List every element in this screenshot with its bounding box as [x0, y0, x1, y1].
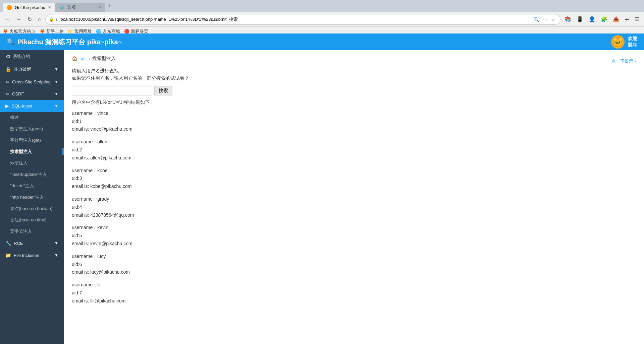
- sidebar-subitem-insert-update[interactable]: "insert/update"注入: [0, 169, 64, 180]
- user-avatar[interactable]: 🐱: [611, 35, 625, 49]
- bookmark-btn[interactable]: ☆: [550, 16, 557, 23]
- header-search-icon: 🔍: [7, 38, 14, 46]
- profile-btn[interactable]: 👤: [587, 15, 597, 24]
- sidebar-subitem-blind-time[interactable]: 盲注(base on time): [0, 214, 64, 226]
- bookmark-newtab-icon: 🔴: [124, 29, 129, 34]
- sidebar-subitem-xx[interactable]: xx型注入: [0, 157, 64, 169]
- inactive-tab[interactable]: ⚙️ 选项 ✕: [55, 3, 105, 12]
- sidebar-subitem-delete[interactable]: "delete"注入: [0, 180, 64, 192]
- search-engines-btn[interactable]: 🔍: [532, 16, 540, 23]
- lock-icon: 🔒: [5, 67, 11, 72]
- address-input[interactable]: [60, 17, 530, 22]
- app-header: 🔍 Pikachu 漏洞练习平台 pika~pika~ 🐱 欢迎 腿年: [0, 33, 644, 50]
- file-inclusion-icon: 📁: [5, 253, 11, 258]
- breadcrumb-separator: ›: [89, 56, 90, 61]
- app-title: Pikachu 漏洞练习平台 pika~pika~: [17, 38, 122, 47]
- search-form: 搜索: [72, 86, 636, 95]
- user-result: username：allenuid:2email is: allen@pikac…: [72, 138, 636, 162]
- forward-btn[interactable]: →: [14, 15, 23, 24]
- active-tab[interactable]: 🟠 Get the pikachu ✕: [3, 3, 55, 12]
- avatar-area: 🐱 欢迎 腿年: [611, 35, 637, 49]
- sidebar-sqli-label: SQL-Inject: [12, 104, 32, 109]
- sidebar-item-file-inclusion[interactable]: 📁 File Inclusion ▼: [0, 249, 64, 261]
- tab-title: Get the pikachu: [15, 5, 45, 10]
- sidebar-subitem-http-header[interactable]: "http header"注入: [0, 192, 64, 203]
- brute-arrow-icon: ▼: [54, 67, 58, 72]
- results-container: username：vinceuid:1email is: vince@pikac…: [72, 110, 636, 305]
- sqli-arrow-icon: ▼: [54, 104, 58, 108]
- welcome-text: 欢迎 腿年: [628, 36, 637, 48]
- sidebar-subitem-numeric-post[interactable]: 数字型注入(post): [0, 123, 64, 135]
- user-result: username：lucyuid:6email is: lucy@pikachu…: [72, 253, 636, 276]
- tab2-close-btn[interactable]: ✕: [98, 5, 101, 10]
- tag-icon: 🏷: [5, 54, 10, 59]
- breadcrumb-current: 搜索型注入: [92, 56, 116, 62]
- user-result: username：liliuid:7email is: lili@pikachu…: [72, 281, 636, 305]
- search-button[interactable]: 搜索: [154, 86, 172, 95]
- extensions-btn[interactable]: 🧩: [599, 15, 609, 24]
- info-icon: ℹ: [56, 17, 58, 22]
- sidebar-item-csrf[interactable]: ≋ CSRF ▼: [0, 88, 64, 100]
- sidebar-subitem-string-get[interactable]: 字符型注入(get): [0, 135, 64, 146]
- bookmark-newbie-icon: 🦊: [40, 29, 45, 34]
- menu-btn[interactable]: ☰: [633, 15, 641, 24]
- sidebar-intro-label: 系统介绍: [13, 54, 30, 60]
- sidebar-subitem-blind-bool[interactable]: 盲注(base on boolian): [0, 203, 64, 214]
- new-tab-btn[interactable]: +: [105, 3, 114, 10]
- tab-favicon: 🟠: [7, 5, 12, 10]
- file-inclusion-arrow-icon: ▼: [54, 253, 58, 258]
- sidebar-item-sqli[interactable]: ▶ SQL-Inject ▼: [0, 100, 64, 112]
- history-back-btn[interactable]: ⬅: [623, 15, 631, 24]
- rce-icon: 🔧: [5, 240, 11, 246]
- breadcrumb-sqli-link[interactable]: sqli: [79, 56, 87, 61]
- secure-icon: 🔒: [49, 17, 54, 22]
- active-indicator: [62, 148, 64, 155]
- sidebar-csrf-label: CSRF: [12, 91, 24, 96]
- sidebar-rce-label: RCE: [14, 241, 23, 246]
- bookmark-jd-icon: 🌐: [96, 29, 101, 34]
- sidebar-xss-label: Cross-Site Scripting: [12, 79, 51, 84]
- sidebar-subitem-overview[interactable]: 概述: [0, 112, 64, 123]
- hint-link[interactable]: 点一下提示~: [611, 58, 636, 64]
- back-btn[interactable]: ←: [3, 15, 12, 24]
- sidebar-item-brute[interactable]: 🔒 暴力破解 ▼: [0, 63, 64, 76]
- tab2-favicon: ⚙️: [59, 5, 64, 10]
- tab-close-btn[interactable]: ✕: [48, 5, 51, 10]
- user-result: username：kobeuid:3email is: kobe@pikachu…: [72, 167, 636, 191]
- csrf-arrow-icon: ▼: [54, 91, 58, 96]
- content-area: 🏠 sqli › 搜索型注入 点一下提示~ 请输入用户名进行查找 如果记不住用户…: [64, 50, 644, 344]
- sidebar: 🏷 系统介绍 🔒 暴力破解 ▼ ≋ Cross-Site Scripting ▼…: [0, 50, 64, 344]
- search-input[interactable]: [72, 86, 152, 95]
- home-btn[interactable]: ⌂: [36, 15, 43, 24]
- library-btn[interactable]: 📚: [562, 15, 573, 24]
- csrf-icon: ≋: [5, 91, 9, 96]
- instructions: 请输入用户名进行查找 如果记不住用户名，输入用户名的一部分搜索的试试看？: [72, 67, 636, 82]
- share-btn[interactable]: 📤: [611, 15, 622, 24]
- sidebar-item-xss[interactable]: ≋ Cross-Site Scripting ▼: [0, 76, 64, 88]
- breadcrumb-row: 🏠 sqli › 搜索型注入 点一下提示~: [72, 56, 636, 67]
- sidebar-item-intro[interactable]: 🏷 系统介绍: [0, 50, 64, 63]
- user-result: username：kevinuid:5email is: kevin@pikac…: [72, 224, 636, 248]
- sqli-icon: ▶: [5, 103, 9, 109]
- more-btn[interactable]: ···: [542, 16, 548, 23]
- xss-arrow-icon: ▼: [54, 79, 58, 84]
- sidebar-file-inclusion-label: File Inclusion: [14, 253, 39, 258]
- sidebar-subitem-search[interactable]: 搜索型注入: [0, 146, 64, 157]
- sidebar-item-rce[interactable]: 🔧 RCE ▼: [0, 237, 64, 249]
- instruction-line2: 如果记不住用户名，输入用户名的一部分搜索的试试看？: [72, 74, 636, 82]
- xss-icon: ≋: [5, 79, 9, 84]
- sidebar-subitem-wide-byte[interactable]: 宽字节注入: [0, 226, 64, 237]
- rce-arrow-icon: ▼: [54, 241, 58, 246]
- bookmark-firefox-icon: 🦊: [3, 29, 8, 34]
- reload-btn[interactable]: ↻: [25, 15, 34, 24]
- user-result: username：vinceuid:1email is: vince@pikac…: [72, 110, 636, 133]
- user-result: username：gradyuid:4email is: 423878564@q…: [72, 195, 636, 219]
- instruction-line1: 请输入用户名进行查找: [72, 67, 636, 74]
- address-bar-container: 🔒 ℹ 🔍 ··· ☆: [45, 14, 560, 25]
- bookmark-common-icon: 📁: [68, 29, 73, 34]
- synced-tabs-btn[interactable]: 📱: [575, 15, 585, 24]
- breadcrumb: 🏠 sqli › 搜索型注入: [72, 56, 116, 62]
- sidebar-brute-label: 暴力破解: [14, 66, 31, 72]
- home-icon: 🏠: [72, 56, 77, 61]
- tab2-title: 选项: [67, 4, 76, 10]
